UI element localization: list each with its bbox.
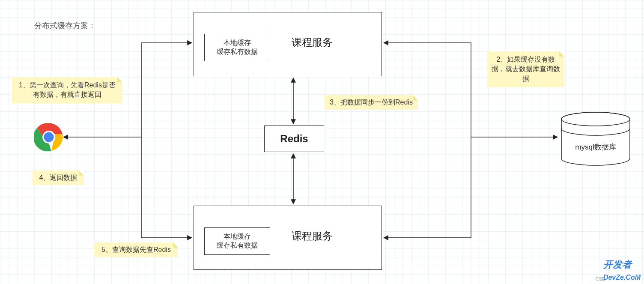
note-2: 2、如果缓存没有数据，就去数据库查询数据 — [487, 51, 564, 87]
svg-point-4 — [44, 132, 54, 142]
service-top-title: 课程服务 — [292, 36, 333, 49]
service-top-box: 本地缓存 缓存私有数据 课程服务 — [194, 12, 382, 76]
db-label: mysql数据库 — [559, 142, 632, 152]
inner-label-2: 缓存私有数据 — [217, 48, 258, 57]
service-bottom-title: 课程服务 — [292, 229, 333, 243]
diagram-title: 分布式缓存方案： — [34, 21, 96, 31]
inner-label-4: 缓存私有数据 — [217, 241, 258, 250]
redis-box: Redis — [264, 126, 324, 152]
note-5: 5、查询数据先查Redis — [94, 242, 178, 257]
service-top-inner: 本地缓存 缓存私有数据 — [204, 34, 270, 61]
service-bottom-box: 本地缓存 缓存私有数据 课程服务 — [194, 206, 382, 270]
mysql-db: mysql数据库 — [559, 111, 632, 167]
inner-label-3: 本地缓存 — [224, 232, 251, 241]
redis-label: Redis — [280, 133, 308, 145]
chrome-icon — [34, 123, 63, 152]
note-3: 3、把数据同步一份到Redis — [325, 95, 418, 110]
note-4: 4、返回数据 — [33, 170, 84, 185]
inner-label-1: 本地缓存 — [224, 39, 251, 48]
note-1: 1、第一次查询，先看Redis是否有数据，有就直接返回 — [12, 77, 122, 103]
service-bottom-inner: 本地缓存 缓存私有数据 — [204, 227, 270, 255]
site-watermark: 开发者 DevZe.CoM — [603, 258, 641, 282]
